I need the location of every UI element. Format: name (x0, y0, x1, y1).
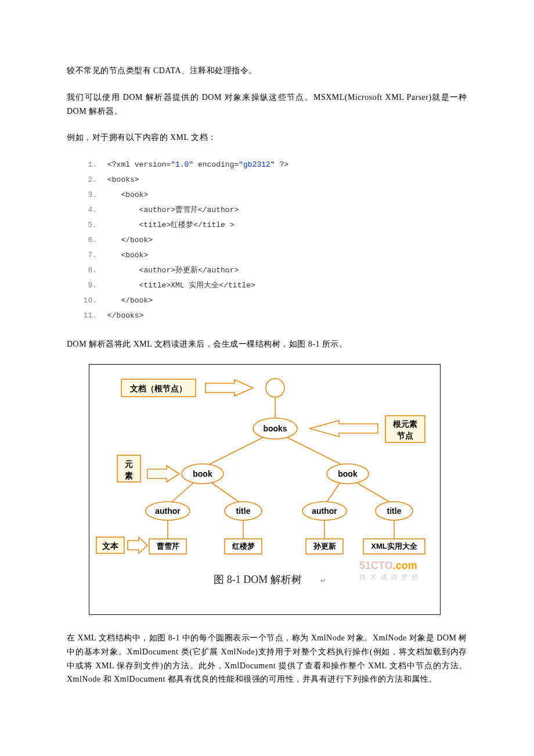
svg-text:title: title (387, 506, 402, 516)
xml-code-block: 1.<?xml version="1.0" encoding="gb2312" … (81, 157, 467, 323)
svg-text:素: 素 (125, 471, 133, 480)
svg-text:文档（根节点）: 文档（根节点） (129, 384, 187, 393)
code-line: 11.</books> (81, 308, 467, 323)
root-node (266, 379, 284, 397)
svg-line-8 (326, 483, 340, 503)
svg-text:孙更新: 孙更新 (313, 542, 336, 550)
svg-text:title: title (236, 506, 251, 516)
arrow-right-icon (205, 380, 253, 396)
code-line: 6. </book> (81, 233, 467, 248)
arrow-right-icon (128, 537, 147, 553)
code-line: 9. <title>XML 实用大全</title> (81, 278, 467, 293)
svg-text:author: author (155, 506, 181, 516)
paragraph-1: 较不常见的节点类型有 CDATA、注释和处理指令。 (67, 64, 467, 78)
svg-line-3 (287, 437, 345, 466)
code-line: 4. <author>曹雪芹</author> (81, 203, 467, 218)
paragraph-5: 在 XML 文档结构中，如图 8-1 中的每个圆圈表示一个节点，称为 XmlNo… (67, 631, 467, 686)
svg-text:books: books (263, 424, 287, 433)
dom-tree-diagram: books book book author (89, 365, 440, 595)
svg-text:红楼梦: 红楼梦 (232, 542, 255, 550)
watermark-slogan: 技术成就梦想 (359, 573, 422, 581)
svg-text:book: book (338, 469, 358, 478)
paragraph-4: DOM 解析器将此 XML 文档读进来后，会生成一棵结构树，如图 8-1 所示。 (67, 337, 467, 351)
chevron-icon: ↵ (320, 577, 326, 585)
svg-text:元: 元 (124, 459, 133, 469)
svg-text:曹雪芹: 曹雪芹 (156, 542, 179, 550)
svg-text:文本: 文本 (102, 541, 119, 550)
figure-8-1: books book book author (89, 364, 441, 615)
svg-line-6 (171, 483, 194, 503)
document-page: 较不常见的节点类型有 CDATA、注释和处理指令。 我们可以使用 DOM 解析器… (0, 0, 534, 734)
code-line: 2.<books> (81, 172, 467, 188)
watermark-brand: 51CTO.com (359, 560, 417, 571)
svg-line-2 (205, 437, 264, 466)
arrow-left-icon (310, 420, 378, 437)
paragraph-2: 我们可以使用 DOM 解析器提供的 DOM 对象来操纵这些节点。MSXML(Mi… (67, 91, 467, 118)
code-line: 1.<?xml version="1.0" encoding="gb2312" … (81, 157, 467, 172)
paragraph-3: 例如，对于拥有以下内容的 XML 文档： (67, 131, 467, 145)
svg-line-7 (211, 483, 240, 503)
svg-text:节点: 节点 (396, 431, 413, 440)
arrow-right-icon (147, 466, 179, 482)
code-line: 7. <book> (81, 248, 467, 263)
svg-text:book: book (193, 469, 212, 478)
svg-text:XML实用大全: XML实用大全 (371, 542, 417, 550)
code-line: 8. <author>孙更新</author> (81, 263, 467, 278)
svg-text:author: author (312, 506, 337, 516)
code-line: 10. </book> (81, 293, 467, 308)
figure-caption: 图 8-1 DOM 解析树 (214, 574, 302, 585)
figure-frame-bottom (89, 595, 441, 615)
code-line: 3. <book> (81, 188, 467, 203)
code-line: 5. <title>红楼梦</title > (81, 218, 467, 233)
svg-line-9 (356, 483, 391, 503)
svg-text:根元素: 根元素 (392, 419, 417, 429)
